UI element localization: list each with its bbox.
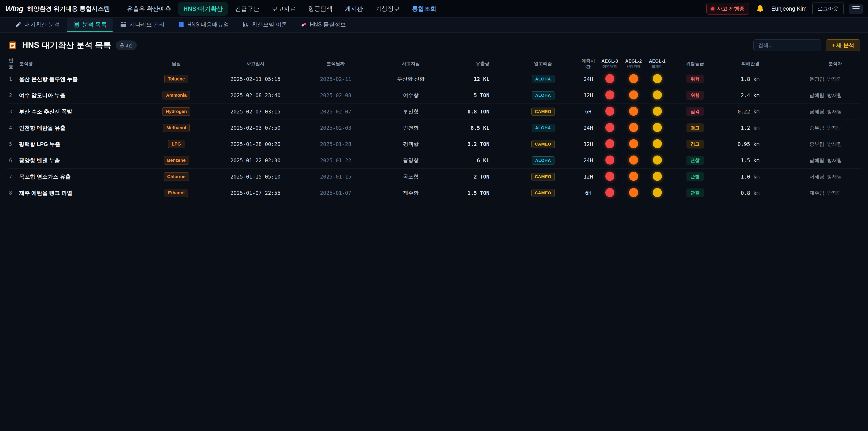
col-name: 분석명 xyxy=(18,61,156,67)
tab-analysis-list[interactable]: 분석 목록 xyxy=(67,18,113,32)
col-substance: 물질 xyxy=(156,61,197,67)
new-analysis-button[interactable]: + 새 분석 xyxy=(826,39,860,51)
brand: Wing 해양환경 위기대응 통합시스템 xyxy=(5,4,110,13)
clipboard-icon xyxy=(8,40,18,50)
aegl2-cell xyxy=(622,188,645,198)
aegl1-indicator[interactable] xyxy=(653,188,662,197)
analysis-name[interactable]: 인천항 메탄올 유출 xyxy=(18,124,156,131)
analysis-date: 2025-01-22 xyxy=(314,157,357,163)
aegl3-indicator[interactable] xyxy=(605,139,614,148)
spill-amount: 1.5 TON xyxy=(465,190,507,196)
col-pred-time: 예측시간 xyxy=(579,58,598,70)
col-no: 번호 xyxy=(7,57,18,70)
table-row[interactable]: 3부산 수소 추진선 폭발Hydrogen2025-02-07 03:15202… xyxy=(7,103,861,120)
aegl1-indicator[interactable] xyxy=(653,139,662,148)
aegl2-indicator[interactable] xyxy=(629,74,638,83)
analysis-date: 2025-01-28 xyxy=(314,141,357,147)
aegl1-indicator[interactable] xyxy=(653,107,662,116)
prediction-time: 12H xyxy=(579,174,598,180)
tab-hns-substance-info[interactable]: HNS 물질정보 xyxy=(294,18,352,32)
table-row[interactable]: 2여수 암모니아 누출Ammonia2025-02-08 23:402025-0… xyxy=(7,87,861,103)
nav-item-integrated-search[interactable]: 통합조회 xyxy=(407,2,441,16)
aegl3-indicator[interactable] xyxy=(605,172,614,181)
aegl3-indicator[interactable] xyxy=(605,90,614,99)
logout-button[interactable]: 로그아웃 xyxy=(812,2,844,15)
analysis-name[interactable]: 광양항 벤젠 누출 xyxy=(18,157,156,164)
system-title: 해양환경 위기대응 통합시스템 xyxy=(27,5,110,13)
table-row[interactable]: 7목포항 염소가스 유출Chlorine2025-01-15 05:102025… xyxy=(7,168,861,185)
aegl2-indicator[interactable] xyxy=(629,90,638,99)
aegl3-indicator[interactable] xyxy=(605,107,614,116)
notification-bell-button[interactable] xyxy=(755,4,765,14)
aegl1-indicator[interactable] xyxy=(653,90,662,99)
analysis-name[interactable]: 평택항 LPG 누출 xyxy=(18,141,156,148)
nav-item-emergency-rescue[interactable]: 긴급구난 xyxy=(230,2,264,16)
analysis-name[interactable]: 제주 에탄올 탱크 파열 xyxy=(18,189,156,196)
accident-datetime: 2025-02-07 03:15 xyxy=(197,109,314,115)
aegl3-cell xyxy=(598,123,622,133)
prediction-time: 12H xyxy=(579,92,598,98)
prediction-time: 6H xyxy=(579,109,598,115)
nav-item-oil-spill[interactable]: 유출유 확산예측 xyxy=(122,2,176,16)
col-risk: 위험등급 xyxy=(669,61,721,67)
aegl3-indicator[interactable] xyxy=(605,123,614,132)
logo[interactable]: Wing xyxy=(5,4,23,13)
aegl1-cell xyxy=(645,123,669,133)
aegl1-subtitle: 불쾌감 xyxy=(647,64,668,69)
row-number: 3 xyxy=(7,109,18,114)
algorithm-badge: CAMEO xyxy=(531,140,555,148)
list-icon xyxy=(73,21,80,28)
aegl3-cell xyxy=(598,172,622,182)
accident-datetime: 2025-02-11 05:15 xyxy=(197,76,314,82)
tab-scenario-management[interactable]: 시나리오 관리 xyxy=(114,18,170,32)
aegl3-indicator[interactable] xyxy=(605,188,614,197)
aegl2-indicator[interactable] xyxy=(629,123,638,132)
nav-item-board[interactable]: 게시판 xyxy=(340,2,368,16)
aegl3-indicator[interactable] xyxy=(605,74,614,83)
risk-cell: 경고 xyxy=(669,123,721,132)
prediction-time: 6H xyxy=(579,190,598,196)
analysis-name[interactable]: 울산 온산항 톨루엔 누출 xyxy=(18,75,156,83)
nav-item-weather[interactable]: 기상정보 xyxy=(370,2,405,16)
analysis-name[interactable]: 여수 암모니아 누출 xyxy=(18,92,156,99)
tab-label: 확산모델 이론 xyxy=(252,21,287,28)
aegl2-indicator[interactable] xyxy=(629,172,638,181)
tab-model-theory[interactable]: 확산모델 이론 xyxy=(237,18,293,32)
page-header: HNS 대기확산 분석 목록 총 8건 + 새 분석 xyxy=(8,39,860,51)
algorithm-badge: ALOHA xyxy=(532,75,554,83)
table-row[interactable]: 8제주 에탄올 탱크 파열Ethanol2025-01-07 22:552025… xyxy=(7,185,861,201)
nav-item-reports[interactable]: 보고자료 xyxy=(267,2,301,16)
analysis-name[interactable]: 부산 수소 추진선 폭발 xyxy=(18,108,156,115)
tab-bar: 대기확산 분석 분석 목록 시나리오 관리 HNS 대응매뉴얼 확산모델 이론 … xyxy=(0,18,868,33)
table-row[interactable]: 6광양항 벤젠 누출Benzene2025-01-22 02:302025-01… xyxy=(7,152,861,168)
aegl2-indicator[interactable] xyxy=(629,188,638,197)
aegl2-indicator[interactable] xyxy=(629,155,638,164)
tab-diffusion-analysis[interactable]: 대기확산 분석 xyxy=(9,18,66,32)
aegl1-indicator[interactable] xyxy=(653,74,662,83)
prediction-time: 12H xyxy=(579,141,598,147)
tab-hns-manual[interactable]: HNS 대응매뉴얼 xyxy=(172,18,235,32)
accident-location: 부산항 신항 xyxy=(357,75,465,83)
incident-dot-icon xyxy=(711,7,714,10)
risk-badge: 위험 xyxy=(686,91,704,100)
analysis-date: 2025-01-07 xyxy=(314,190,357,196)
aegl1-indicator[interactable] xyxy=(653,155,662,164)
aegl1-indicator[interactable] xyxy=(653,123,662,132)
search-input[interactable] xyxy=(753,39,821,51)
aegl3-indicator[interactable] xyxy=(605,155,614,164)
aegl3-cell xyxy=(598,188,622,198)
nav-item-hns-diffusion[interactable]: HNS·대기확산 xyxy=(178,2,228,16)
table-row[interactable]: 5평택항 LPG 누출LPG2025-01-28 00:202025-01-28… xyxy=(7,136,861,152)
table-row[interactable]: 4인천항 메탄올 유출Methanol2025-02-03 07:502025-… xyxy=(7,120,861,136)
table-row[interactable]: 1울산 온산항 톨루엔 누출Toluene2025-02-11 05:15202… xyxy=(7,71,861,87)
user-name: Eunjeong Kim xyxy=(771,5,807,12)
incident-status-badge[interactable]: 사고 진행중 xyxy=(706,3,749,15)
analysis-name[interactable]: 목포항 염소가스 유출 xyxy=(18,173,156,180)
aegl2-indicator[interactable] xyxy=(629,107,638,116)
aegl1-indicator[interactable] xyxy=(653,172,662,181)
aegl2-cell xyxy=(622,139,645,149)
hamburger-menu-button[interactable] xyxy=(849,4,863,14)
nav-item-aerial-search[interactable]: 항공탐색 xyxy=(303,2,338,16)
substance-badge: Ethanol xyxy=(164,189,188,197)
aegl2-indicator[interactable] xyxy=(629,139,638,148)
